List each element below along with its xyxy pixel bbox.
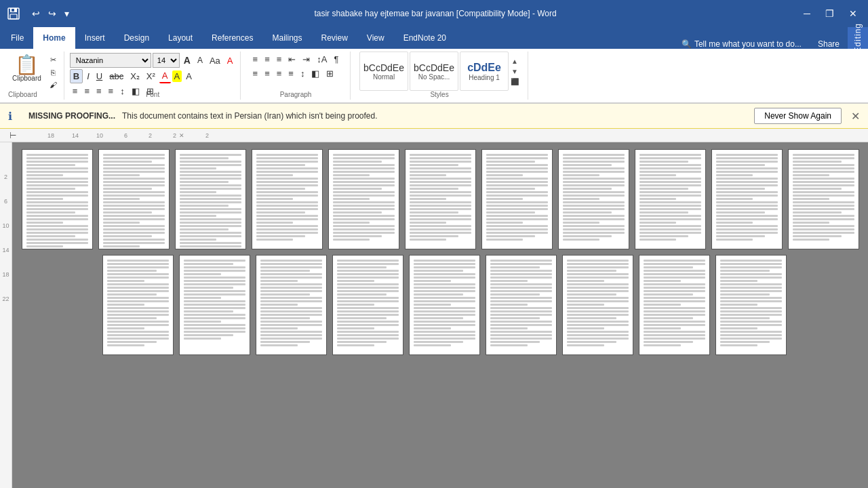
justify2-button[interactable]: ≡: [285, 67, 296, 80]
font-label: Font: [146, 91, 159, 98]
tab-endnote[interactable]: EndNote 20: [394, 27, 456, 49]
page-2[interactable]: [98, 149, 170, 249]
page-4[interactable]: [252, 149, 323, 249]
tab-references[interactable]: References: [202, 27, 262, 49]
page-6[interactable]: [405, 149, 476, 249]
font-grow-button[interactable]: A: [181, 54, 193, 67]
title-text: tasir shabake hay ejtemae bar javanan [C…: [73, 9, 798, 18]
page-20[interactable]: [715, 255, 787, 355]
show-hide-button[interactable]: ¶: [332, 53, 342, 66]
bold-button[interactable]: B: [70, 69, 83, 83]
italic-button[interactable]: I: [84, 70, 92, 83]
shading-button[interactable]: ◧: [129, 85, 142, 98]
ruler-2b: 2: [152, 132, 176, 139]
align-left-button[interactable]: ≡: [70, 85, 81, 98]
align-right-button[interactable]: ≡: [94, 85, 104, 98]
tab-insert[interactable]: Insert: [75, 27, 115, 49]
strikethrough-button[interactable]: abc: [106, 70, 126, 83]
save-icon[interactable]: [5, 5, 22, 22]
page-17[interactable]: [486, 255, 557, 355]
style-heading-name: Heading 1: [469, 74, 500, 81]
page-16[interactable]: [409, 255, 480, 355]
style-normal[interactable]: bCcDdEe Normal: [359, 52, 408, 91]
ruler-cross: ✕: [179, 132, 184, 139]
page-18[interactable]: [562, 255, 633, 355]
page-1[interactable]: [22, 149, 93, 249]
font-name-select[interactable]: Nazanin: [70, 53, 151, 68]
page-9[interactable]: [635, 149, 706, 249]
font-row-1: Nazanin 14 A A Aa A: [70, 53, 236, 68]
align-right2-button[interactable]: ≡: [274, 67, 285, 80]
ruler-v-22: 22: [2, 278, 9, 302]
align-center-button[interactable]: ≡: [81, 85, 92, 98]
para-row-1: ≡ ≡ ≡ ⇤ ⇥ ↕A ¶: [250, 53, 342, 66]
styles-scroll-down[interactable]: ▼: [510, 67, 519, 76]
tell-me-search[interactable]: 🔍 Tell me what you want to do...: [673, 39, 810, 49]
indent-increase-button[interactable]: ⇥: [300, 53, 313, 66]
borders2-button[interactable]: ⊞: [323, 67, 336, 80]
page-19[interactable]: [639, 255, 710, 355]
line-spacing2-button[interactable]: ↕: [298, 67, 308, 80]
paste-button[interactable]: 📋 Clipboard: [8, 54, 45, 83]
styles-more[interactable]: ⬛: [510, 77, 519, 86]
ruler-6: 6: [103, 132, 127, 139]
copy-button[interactable]: ⎘: [47, 67, 60, 78]
style-heading1[interactable]: cDdEe Heading 1: [460, 52, 509, 91]
justify-button[interactable]: ≡: [106, 85, 117, 98]
sort-button[interactable]: ↕A: [314, 53, 330, 66]
underline-button[interactable]: U: [94, 70, 105, 83]
page-8[interactable]: [558, 149, 629, 249]
highlight-button[interactable]: A: [172, 70, 182, 82]
font-color-button[interactable]: A: [183, 70, 195, 83]
text-color-button[interactable]: A: [159, 69, 171, 83]
change-case-button[interactable]: Aa: [207, 54, 223, 67]
page-3[interactable]: [175, 149, 246, 249]
tab-file[interactable]: File: [1, 27, 33, 49]
never-show-again-button[interactable]: Never Show Again: [754, 108, 842, 124]
tab-view[interactable]: View: [357, 27, 394, 49]
title-bar: ↩ ↪ ▾ tasir shabake hay ejtemae bar java…: [0, 0, 868, 27]
tab-review[interactable]: Review: [311, 27, 357, 49]
multilevel-button[interactable]: ≡: [274, 53, 285, 66]
ruler-10: 10: [79, 132, 103, 139]
tab-home[interactable]: Home: [33, 27, 75, 49]
page-10[interactable]: [711, 149, 783, 249]
align-center2-button[interactable]: ≡: [262, 67, 273, 80]
page-15[interactable]: [332, 255, 403, 355]
superscript-button[interactable]: X²: [144, 70, 158, 83]
tab-design[interactable]: Design: [115, 27, 159, 49]
subscript-button[interactable]: X₂: [127, 70, 142, 83]
redo-button[interactable]: ↪: [45, 7, 60, 20]
paste-label: Clipboard: [12, 75, 41, 82]
minimize-button[interactable]: ─: [798, 5, 816, 22]
shading2-button[interactable]: ◧: [309, 67, 322, 80]
cut-button[interactable]: ✂: [47, 54, 60, 66]
numbering-button[interactable]: ≡: [262, 53, 273, 66]
align-left2-button[interactable]: ≡: [250, 67, 261, 80]
font-size-select[interactable]: 14: [153, 53, 180, 68]
undo-button[interactable]: ↩: [28, 7, 43, 20]
style-no-spacing[interactable]: bCcDdEe No Spac...: [410, 52, 458, 91]
clear-format-button[interactable]: A: [224, 54, 236, 67]
notification-close-button[interactable]: ✕: [851, 110, 860, 123]
page-12[interactable]: [102, 255, 174, 355]
page-7[interactable]: [481, 149, 553, 249]
page-13[interactable]: [179, 255, 250, 355]
share-button[interactable]: Share: [810, 39, 848, 49]
font-shrink-button[interactable]: A: [195, 54, 205, 66]
indent-decrease-button[interactable]: ⇤: [285, 53, 298, 66]
editing-label: Editing: [853, 23, 863, 53]
page-14[interactable]: [256, 255, 327, 355]
format-painter-button[interactable]: 🖌: [47, 79, 60, 90]
customize-button[interactable]: ▾: [61, 7, 73, 20]
bullets-button[interactable]: ≡: [250, 53, 261, 66]
line-spacing-button[interactable]: ↕: [117, 85, 127, 98]
tab-layout[interactable]: Layout: [159, 27, 202, 49]
styles-scroll-up[interactable]: ▲: [510, 57, 519, 66]
close-button[interactable]: ✕: [844, 5, 863, 22]
tab-mailings[interactable]: Mailings: [262, 27, 311, 49]
page-11[interactable]: [788, 149, 859, 249]
ruler-18: 18: [30, 132, 54, 139]
restore-button[interactable]: ❐: [820, 5, 840, 22]
page-5[interactable]: [328, 149, 399, 249]
